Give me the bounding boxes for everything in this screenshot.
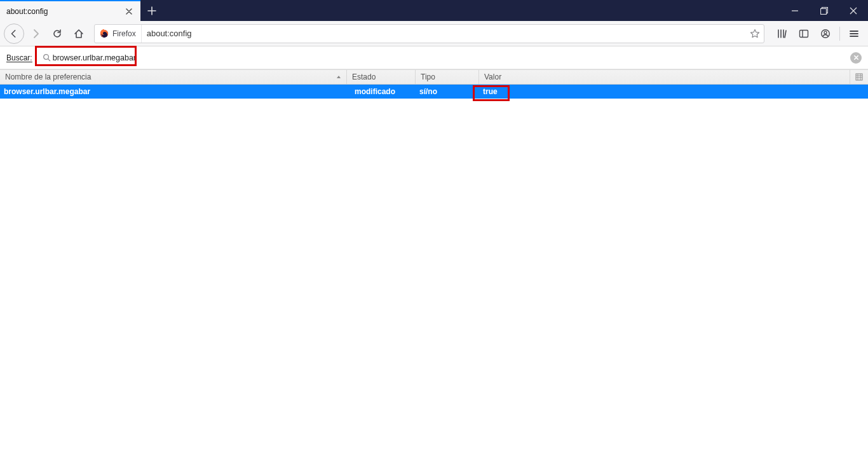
sidebar-button[interactable] [794,24,814,44]
toolbar-right-group [772,24,864,44]
search-input[interactable] [39,51,846,65]
pref-status-cell: modificado [347,87,416,96]
pref-value-cell: true [479,87,868,96]
tab-title: about:config [6,7,124,16]
toolbar-separator [839,27,840,41]
title-bar: about:config [0,0,868,21]
pref-type-cell: sí/no [416,87,479,96]
bookmark-star-button[interactable] [746,29,764,39]
column-header-type[interactable]: Tipo [416,70,479,84]
config-search-row: Buscar: [0,46,868,69]
identity-box[interactable]: Firefox [95,25,142,43]
column-header-status[interactable]: Estado [347,70,416,84]
svg-rect-1 [821,8,827,14]
window-controls [780,0,868,21]
svg-rect-3 [800,30,808,37]
back-button[interactable] [4,24,24,44]
search-input-wrapper [39,51,846,65]
svg-rect-7 [856,74,862,80]
close-window-button[interactable] [839,0,868,21]
column-header-value[interactable]: Valor [479,70,850,84]
title-bar-drag-area[interactable] [163,0,780,21]
column-header-status-label: Estado [352,73,376,81]
account-button[interactable] [815,24,836,44]
firefox-icon [100,29,109,38]
column-header-name-label: Nombre de la preferencia [5,73,91,81]
maximize-button[interactable] [810,0,839,21]
search-icon [43,53,51,62]
pref-value-text: true [483,87,498,96]
column-header-type-label: Tipo [421,73,435,81]
url-text[interactable]: about:config [142,29,746,38]
app-menu-button[interactable] [844,24,864,44]
sort-ascending-icon [336,74,341,79]
home-button[interactable] [69,24,89,44]
clear-search-button[interactable] [850,52,862,64]
pref-table-row[interactable]: browser.urlbar.megabar modificado sí/no … [0,85,868,99]
column-picker-button[interactable] [850,70,868,84]
new-tab-button[interactable] [140,0,163,21]
reload-button[interactable] [47,24,67,44]
pref-table-header: Nombre de la preferencia Estado Tipo Val… [0,69,868,85]
pref-name-cell: browser.urlbar.megabar [0,87,347,96]
identity-label: Firefox [112,29,136,38]
url-bar[interactable]: Firefox about:config [94,24,764,43]
svg-point-5 [824,31,827,34]
tab-close-button[interactable] [124,6,134,17]
minimize-button[interactable] [780,0,810,21]
column-header-name[interactable]: Nombre de la preferencia [0,70,347,84]
library-button[interactable] [772,24,792,44]
navigation-toolbar: Firefox about:config [0,21,868,46]
forward-button[interactable] [25,24,46,44]
browser-tab[interactable]: about:config [0,0,140,21]
search-label: Buscar: [6,53,32,62]
column-header-value-label: Valor [484,73,501,81]
